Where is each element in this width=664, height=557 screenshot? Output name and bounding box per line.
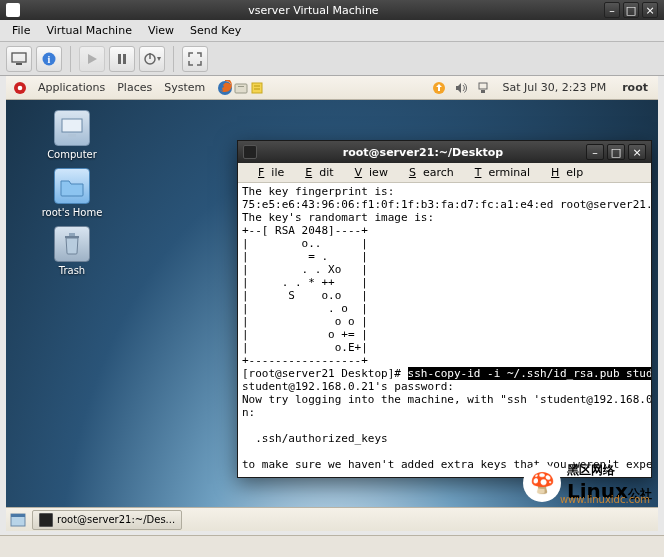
vm-menu-file[interactable]: File xyxy=(4,22,38,39)
toolbar-separator xyxy=(173,46,174,72)
vm-maximize-button[interactable]: □ xyxy=(623,2,639,18)
desktop-icon-label: Computer xyxy=(47,149,97,160)
terminal-output-post: student@192.168.0.21's password: Now try… xyxy=(242,380,651,477)
update-icon[interactable] xyxy=(431,80,447,96)
desktop-icon-label: root's Home xyxy=(42,207,103,218)
power-icon xyxy=(143,52,157,66)
svg-rect-20 xyxy=(62,119,82,132)
taskbar-item-terminal[interactable]: root@server21:~/Des... xyxy=(32,510,182,530)
svg-rect-21 xyxy=(68,134,76,137)
info-icon: i xyxy=(41,51,57,67)
vm-toolbar-info-button[interactable]: i xyxy=(36,46,62,72)
gnome-menu-places[interactable]: Places xyxy=(111,81,158,94)
svg-text:i: i xyxy=(48,54,51,65)
svg-rect-1 xyxy=(16,63,22,65)
svg-rect-19 xyxy=(481,90,485,93)
volume-icon[interactable] xyxy=(453,80,469,96)
vm-titlebar: vserver Virtual Machine – □ × xyxy=(0,0,664,20)
desktop-icon-trash[interactable]: Trash xyxy=(38,226,106,276)
svg-rect-22 xyxy=(65,236,79,238)
svg-rect-6 xyxy=(123,54,126,64)
vm-minimize-button[interactable]: – xyxy=(604,2,620,18)
svg-marker-4 xyxy=(88,54,97,64)
desktop-icon-label: Trash xyxy=(59,265,85,276)
folder-home-icon xyxy=(54,168,90,204)
vm-toolbar-pause-button[interactable] xyxy=(109,46,135,72)
vm-toolbar-fullscreen-button[interactable] xyxy=(182,46,208,72)
svg-rect-12 xyxy=(235,84,247,93)
network-icon[interactable] xyxy=(475,80,491,96)
guest-display: Applications Places System Sat Jul 30, 2… xyxy=(6,76,658,531)
gnome-menu-applications[interactable]: Applications xyxy=(32,81,111,94)
distro-icon[interactable] xyxy=(12,80,28,96)
vm-toolbar: i ▾ xyxy=(0,42,664,76)
terminal-icon xyxy=(243,145,257,159)
svg-rect-0 xyxy=(12,53,26,62)
watermark-sub: www.linuxidc.com xyxy=(560,494,650,505)
taskbar-item-label: root@server21:~/Des... xyxy=(57,514,175,525)
vm-close-button[interactable]: × xyxy=(642,2,658,18)
terminal-highlighted-command: ssh-copy-id -i ~/.ssh/id_rsa.pub student… xyxy=(408,367,651,380)
vm-menu-view[interactable]: View xyxy=(140,22,182,39)
svg-rect-5 xyxy=(118,54,121,64)
terminal-window: root@server21:~/Desktop – □ × File Edit … xyxy=(237,140,652,478)
vm-toolbar-console-button[interactable] xyxy=(6,46,32,72)
watermark-tag: 公社 xyxy=(628,487,652,501)
terminal-menu-edit[interactable]: Edit xyxy=(291,166,340,179)
firefox-icon[interactable] xyxy=(217,80,233,96)
terminal-minimize-button[interactable]: – xyxy=(586,144,604,160)
svg-rect-23 xyxy=(69,233,75,236)
computer-icon xyxy=(54,110,90,146)
terminal-maximize-button[interactable]: □ xyxy=(607,144,625,160)
play-icon xyxy=(86,53,98,65)
clock-label[interactable]: Sat Jul 30, 2:23 PM xyxy=(497,81,613,94)
terminal-title: root@server21:~/Desktop xyxy=(263,146,583,159)
terminal-output-pre: The key fingerprint is: 75:e5:e6:43:96:0… xyxy=(242,185,651,380)
svg-rect-25 xyxy=(11,514,25,517)
vm-menubar: File Virtual Machine View Send Key xyxy=(0,20,664,42)
svg-rect-14 xyxy=(252,83,262,93)
vm-menu-send-key[interactable]: Send Key xyxy=(182,22,249,39)
terminal-body[interactable]: The key fingerprint is: 75:e5:e6:43:96:0… xyxy=(238,183,651,477)
gnome-top-panel: Applications Places System Sat Jul 30, 2… xyxy=(6,76,658,100)
terminal-menu-search[interactable]: Search xyxy=(395,166,461,179)
desktop-icon-home[interactable]: root's Home xyxy=(38,168,106,218)
terminal-menu-file[interactable]: File xyxy=(244,166,291,179)
user-label[interactable]: root xyxy=(618,81,652,94)
trash-icon xyxy=(54,226,90,262)
terminal-menu-view[interactable]: View xyxy=(341,166,395,179)
monitor-icon xyxy=(11,52,27,66)
toolbar-separator xyxy=(70,46,71,72)
svg-point-10 xyxy=(18,85,23,90)
pause-icon xyxy=(116,53,128,65)
gnome-menu-system[interactable]: System xyxy=(158,81,211,94)
terminal-titlebar[interactable]: root@server21:~/Desktop – □ × xyxy=(238,141,651,163)
system-tray: Sat Jul 30, 2:23 PM root xyxy=(431,80,652,96)
vm-window-title: vserver Virtual Machine xyxy=(26,4,601,17)
vm-toolbar-play-button[interactable] xyxy=(79,46,105,72)
terminal-close-button[interactable]: × xyxy=(628,144,646,160)
watermark-main: Linux xyxy=(567,479,628,503)
svg-rect-13 xyxy=(238,86,244,87)
notes-icon[interactable] xyxy=(249,80,265,96)
desktop-icon-computer[interactable]: Computer xyxy=(38,110,106,160)
terminal-small-icon xyxy=(39,513,53,527)
terminal-menu-terminal[interactable]: Terminal xyxy=(461,166,537,179)
terminal-menubar: File Edit View Search Terminal Help xyxy=(238,163,651,183)
fullscreen-icon xyxy=(188,52,202,66)
vm-menu-virtual-machine[interactable]: Virtual Machine xyxy=(38,22,140,39)
terminal-menu-help[interactable]: Help xyxy=(537,166,590,179)
vm-toolbar-power-button[interactable]: ▾ xyxy=(139,46,165,72)
show-desktop-button[interactable] xyxy=(10,512,26,528)
vm-statusbar xyxy=(0,535,664,557)
svg-rect-18 xyxy=(479,83,487,89)
nautilus-icon[interactable] xyxy=(233,80,249,96)
vm-app-icon xyxy=(6,3,20,17)
gnome-bottom-panel: root@server21:~/Des... xyxy=(6,507,658,531)
